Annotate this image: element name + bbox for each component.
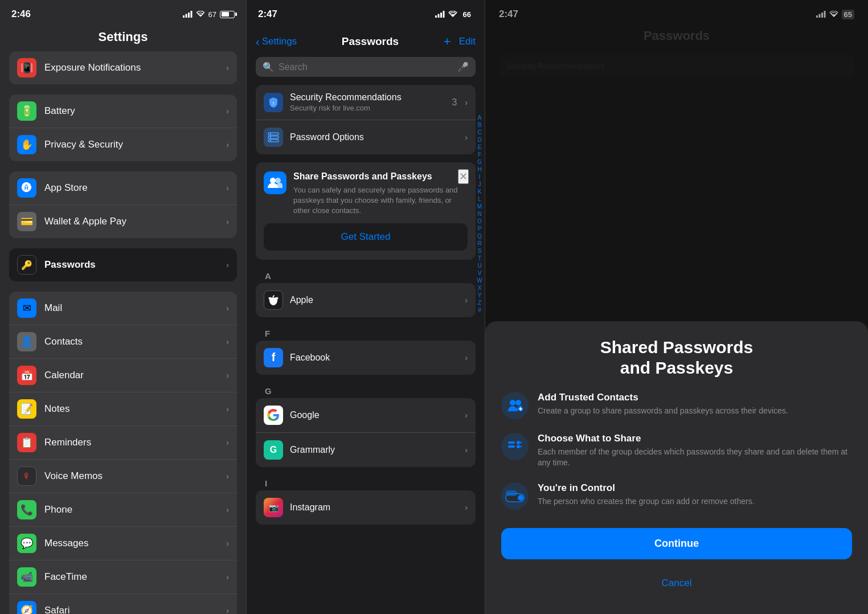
battery-settings-icon: 🔋 [17,101,36,121]
settings-item-appstore[interactable]: 🅐 App Store › [9,171,237,205]
settings-group-exposure: 📳 Exposure Notifications › [9,51,237,84]
settings-item-exposure[interactable]: 📳 Exposure Notifications › [9,51,237,84]
svg-rect-18 [818,14,820,18]
voicememos-label: Voice Memos [44,470,223,482]
instagram-entry-icon: 📷 [264,498,283,517]
chevron-icon: › [226,304,229,313]
instagram-entry-chevron: › [465,503,468,512]
google-entry-row[interactable]: Google › [256,398,476,433]
chevron-icon: › [226,539,229,548]
svg-rect-11 [268,140,279,142]
settings-item-voicememos[interactable]: 🎙 Voice Memos › [9,460,237,493]
settings-group-apps: ✉ Mail › 👤 Contacts › 📅 Calendar › [9,292,237,614]
settings-list: 📳 Exposure Notifications › 🔋 Battery › ✋… [0,51,246,614]
svg-rect-34 [506,490,517,496]
settings-item-passwords[interactable]: 🔑 Passwords › [9,248,237,281]
svg-rect-20 [824,11,825,18]
in-control-title: You're in Control [538,482,755,494]
battery-level-panel3: 65 [842,10,854,19]
settings-item-messages[interactable]: 💬 Messages › [9,527,237,560]
settings-item-facetime[interactable]: 📹 FaceTime › [9,560,237,594]
passwords-nav-title: Passwords [342,35,399,48]
settings-item-calendar[interactable]: 📅 Calendar › [9,359,237,392]
get-started-button[interactable]: Get Started [264,223,468,251]
status-bar-panel3: 2:47 65 [485,0,868,25]
share-card-desc: You can safely and securely share passwo… [293,185,468,216]
search-input[interactable] [279,62,453,72]
settings-item-contacts[interactable]: 👤 Contacts › [9,325,237,359]
grammarly-entry-row[interactable]: G Grammarly › [256,433,476,467]
settings-item-reminders[interactable]: 📋 Reminders › [9,426,237,460]
svg-rect-0 [183,15,185,18]
svg-rect-1 [185,14,187,18]
phone-label: Phone [44,504,223,515]
privacy-icon: ✋ [17,135,36,154]
apple-entry-card: Apple › [256,283,476,317]
status-icons-panel1: 67 [183,10,235,19]
facebook-entry-row[interactable]: f Facebook › [256,341,476,375]
share-card-close-button[interactable]: ✕ [458,169,469,184]
facetime-label: FaceTime [44,571,223,583]
safari-label: Safari [44,605,223,614]
battery-level-panel1: 67 [208,10,216,19]
cancel-button[interactable]: Cancel [501,573,852,593]
instagram-entry-row[interactable]: 📷 Instagram › [256,490,476,525]
settings-item-privacy[interactable]: ✋ Privacy & Security › [9,128,237,161]
settings-item-battery[interactable]: 🔋 Battery › [9,95,237,128]
svg-rect-7 [443,11,444,18]
settings-item-notes[interactable]: 📝 Notes › [9,392,237,426]
apple-entry-row[interactable]: Apple › [256,283,476,317]
svg-rect-6 [440,13,442,18]
security-row[interactable]: ! Security Recommendations Security risk… [256,85,476,120]
battery-level-panel2: 66 [461,10,473,19]
settings-item-safari[interactable]: 🧭 Safari › [9,594,237,614]
settings-item-phone[interactable]: 📞 Phone › [9,493,237,527]
section-i-label: I [256,475,476,490]
security-badge: 3 [452,97,457,108]
chevron-icon: › [226,217,229,226]
wifi-icon [448,11,457,18]
google-entry-chevron: › [465,411,468,420]
add-button[interactable]: + [444,34,451,49]
google-entry-text: Google [290,410,461,420]
facebook-entry-text: Facebook [290,353,461,363]
appstore-label: App Store [44,182,223,194]
password-options-text: Password Options [290,132,461,142]
svg-rect-4 [435,15,437,18]
wallet-label: Wallet & Apple Pay [44,216,223,227]
password-entries: A Apple › F f [247,268,485,533]
password-options-icon [264,128,283,147]
nav-back-button[interactable]: ‹ Settings [256,35,297,48]
continue-button[interactable]: Continue [501,528,852,559]
signal-icon [435,11,445,18]
password-options-row[interactable]: Password Options › [256,120,476,154]
svg-text:!: ! [273,101,275,106]
edit-button[interactable]: Edit [459,36,476,47]
security-chevron: › [465,98,468,107]
in-control-icon [501,482,529,510]
settings-title: Settings [0,25,246,51]
svg-rect-26 [508,441,515,444]
microphone-icon[interactable]: 🎤 [457,62,469,72]
svg-point-21 [510,400,515,406]
chevron-icon: › [226,438,229,447]
choose-share-text: Choose What to Share Each member of the … [538,433,852,469]
battery-icon-panel1 [220,11,235,18]
settings-item-wallet[interactable]: 💳 Wallet & Apple Pay › [9,205,237,238]
security-section: ! Security Recommendations Security risk… [256,85,476,154]
settings-item-mail[interactable]: ✉ Mail › [9,292,237,325]
time-panel2: 2:47 [258,9,277,20]
password-options-chevron: › [465,133,468,142]
status-bar-panel2: 2:47 66 [247,0,485,25]
grammarly-entry-icon: G [264,440,283,460]
password-options-title: Password Options [290,132,461,142]
svg-point-33 [518,495,523,501]
notes-label: Notes [44,403,223,415]
search-bar[interactable]: 🔍 🎤 [256,57,476,77]
feature-choose-share: Choose What to Share Each member of the … [501,433,852,469]
reminders-icon: 📋 [17,433,36,452]
svg-rect-19 [821,13,823,18]
wallet-icon: 💳 [17,212,36,231]
shield-icon: ! [268,97,279,108]
chevron-icon: › [226,337,229,346]
